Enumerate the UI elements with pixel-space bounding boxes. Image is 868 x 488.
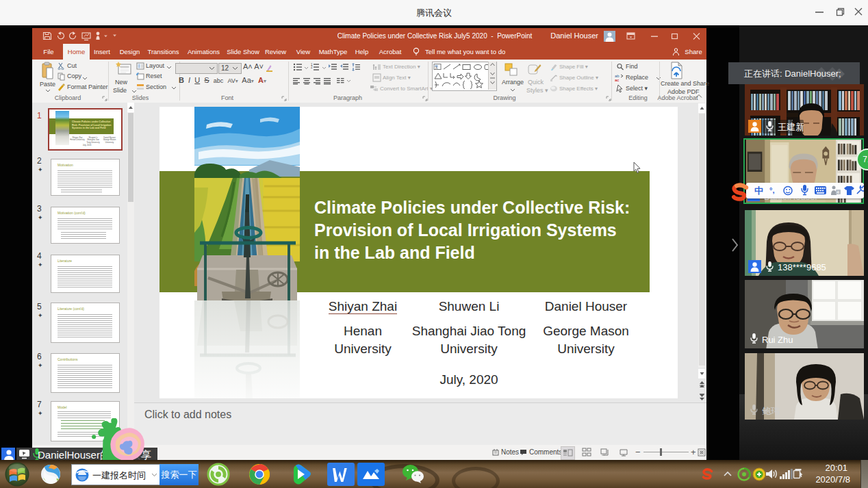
svg-text:°,: °,	[769, 186, 774, 194]
svg-text:2: 2	[311, 66, 313, 69]
svg-text:ac: ac	[615, 78, 619, 81]
svg-text:中: 中	[754, 185, 763, 196]
